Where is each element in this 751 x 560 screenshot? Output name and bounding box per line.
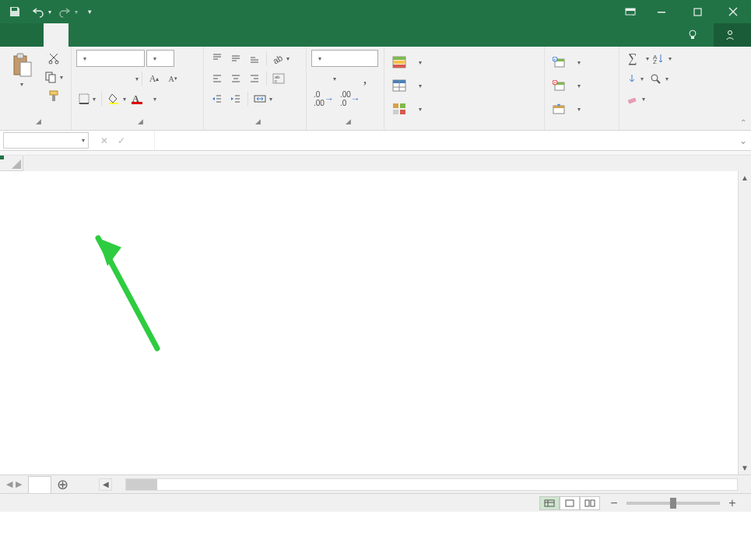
- tab-view[interactable]: [193, 23, 218, 47]
- cut-icon: [47, 52, 60, 65]
- scroll-down-icon[interactable]: ▼: [739, 461, 751, 474]
- align-center-button[interactable]: [227, 70, 244, 87]
- lightbulb-icon: [687, 30, 698, 40]
- scroll-up-icon[interactable]: ▲: [739, 171, 751, 184]
- tab-data[interactable]: [143, 23, 168, 47]
- tab-insert[interactable]: [68, 23, 93, 47]
- cut-button[interactable]: [42, 50, 65, 67]
- fill-button[interactable]: ▾: [624, 70, 646, 87]
- close-button[interactable]: [715, 0, 751, 23]
- italic-button[interactable]: [95, 70, 112, 87]
- sheet-nav-prev-icon[interactable]: ◀: [6, 479, 12, 489]
- font-size-select[interactable]: ▾: [146, 50, 174, 67]
- vertical-scrollbar[interactable]: ▲ ▼: [738, 171, 751, 474]
- tab-foxit-pdf[interactable]: [218, 23, 243, 47]
- svg-rect-59: [393, 110, 398, 114]
- zoom-in-button[interactable]: +: [726, 497, 739, 509]
- tell-me[interactable]: [676, 23, 714, 47]
- svg-rect-57: [393, 103, 398, 108]
- horizontal-scrollbar[interactable]: ⋮ ◀ ▶: [104, 475, 751, 493]
- number-format-select[interactable]: ▾: [311, 50, 378, 67]
- qat-customize[interactable]: ▾: [84, 2, 95, 22]
- decrease-decimal-button[interactable]: .00.0→: [338, 90, 363, 107]
- decrease-font-button[interactable]: A▾: [164, 70, 181, 87]
- increase-indent-button[interactable]: [227, 90, 244, 107]
- align-middle-button[interactable]: [227, 50, 244, 67]
- cancel-formula-icon[interactable]: ✕: [97, 135, 112, 146]
- svg-rect-8: [17, 54, 23, 58]
- group-number: ▾ ▾ , .0.00→ .00.0→ ◢: [307, 47, 384, 130]
- tab-review[interactable]: [168, 23, 193, 47]
- sheet-tab-sheet1[interactable]: [28, 476, 51, 493]
- font-launcher-icon[interactable]: ◢: [138, 117, 143, 125]
- name-box[interactable]: ▾: [3, 132, 89, 149]
- comma-style-button[interactable]: ,: [356, 70, 374, 87]
- clear-button[interactable]: ▾: [624, 90, 647, 107]
- copy-icon: [44, 71, 57, 83]
- align-top-button[interactable]: [209, 50, 226, 67]
- align-right-button[interactable]: [246, 70, 263, 87]
- borders-button[interactable]: ▾: [76, 90, 98, 107]
- redo-button[interactable]: ▾: [58, 2, 78, 22]
- paste-button[interactable]: ▾: [5, 50, 39, 112]
- enter-formula-icon[interactable]: ✓: [114, 135, 129, 146]
- share-button[interactable]: [714, 23, 751, 47]
- format-as-table-button[interactable]: ▾: [389, 76, 425, 95]
- tab-file[interactable]: [0, 23, 44, 47]
- align-left-button[interactable]: [209, 70, 226, 87]
- alignment-launcher-icon[interactable]: ◢: [255, 117, 261, 125]
- number-launcher-icon[interactable]: ◢: [346, 117, 351, 125]
- maximize-button[interactable]: [679, 0, 715, 23]
- bold-button[interactable]: [76, 70, 93, 87]
- svg-point-6: [728, 31, 732, 35]
- delete-cells-button[interactable]: × ▾: [549, 76, 584, 95]
- fill-color-button[interactable]: ▾: [105, 90, 128, 107]
- select-all-button[interactable]: [0, 156, 23, 171]
- normal-view-button[interactable]: [539, 496, 560, 510]
- undo-button[interactable]: ▾: [31, 2, 51, 22]
- page-layout-view-button[interactable]: [560, 496, 580, 510]
- sheet-nav-next-icon[interactable]: ▶: [16, 479, 22, 489]
- wrap-text-button[interactable]: abc: [270, 70, 287, 87]
- format-painter-button[interactable]: [42, 87, 65, 104]
- spreadsheet-grid[interactable]: ▲ ▼: [0, 156, 751, 474]
- increase-font-button[interactable]: A▴: [146, 70, 163, 87]
- insert-cells-button[interactable]: + ▾: [549, 53, 584, 72]
- sort-filter-button[interactable]: AZ▾: [651, 50, 674, 67]
- currency-button[interactable]: [311, 70, 328, 87]
- cell-styles-button[interactable]: ▾: [389, 100, 425, 118]
- align-bottom-button[interactable]: [246, 50, 263, 67]
- tab-page-layout[interactable]: [93, 23, 118, 47]
- page-break-view-button[interactable]: [580, 496, 600, 510]
- new-sheet-button[interactable]: ⊕: [51, 475, 73, 493]
- svg-rect-75: [628, 97, 637, 103]
- increase-decimal-button[interactable]: .0.00→: [311, 90, 336, 107]
- ribbon-display-options[interactable]: [617, 0, 644, 23]
- find-select-button[interactable]: ▾: [647, 70, 671, 87]
- decrease-indent-button[interactable]: [209, 90, 226, 107]
- formula-bar-input[interactable]: [154, 131, 735, 150]
- copy-button[interactable]: ▾: [42, 68, 65, 86]
- save-icon[interactable]: [5, 2, 25, 22]
- zoom-out-button[interactable]: −: [608, 497, 620, 509]
- scroll-left-icon[interactable]: ◀: [99, 478, 112, 491]
- collapse-ribbon-icon[interactable]: ⌃: [740, 118, 746, 127]
- expand-formula-bar-icon[interactable]: ⌄: [735, 131, 751, 150]
- tab-formulas[interactable]: [118, 23, 143, 47]
- percent-button[interactable]: [338, 70, 355, 87]
- merge-center-button[interactable]: ▾: [251, 90, 275, 107]
- zoom-slider[interactable]: [626, 502, 720, 505]
- tab-home[interactable]: [44, 23, 68, 47]
- autosum-button[interactable]: ∑: [624, 50, 641, 67]
- underline-button[interactable]: [114, 70, 131, 87]
- delete-cells-icon: ×: [553, 80, 565, 91]
- svg-line-74: [657, 80, 660, 83]
- find-select-icon: [650, 73, 662, 84]
- font-color-button[interactable]: A▾: [130, 90, 159, 107]
- conditional-formatting-button[interactable]: ▾: [389, 53, 425, 72]
- font-name-select[interactable]: ▾: [76, 50, 145, 67]
- minimize-button[interactable]: [644, 0, 679, 23]
- clipboard-launcher-icon[interactable]: ◢: [36, 117, 41, 125]
- format-cells-button[interactable]: ▾: [549, 100, 584, 118]
- orientation-button[interactable]: ab▾: [270, 50, 292, 67]
